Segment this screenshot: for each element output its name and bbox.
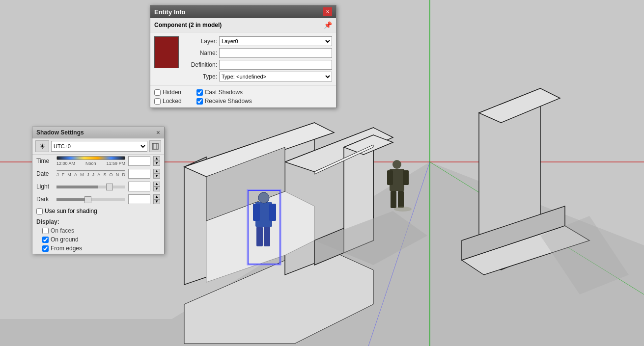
layer-label: Layer: xyxy=(183,38,217,45)
sun-icon: ☀ xyxy=(35,140,49,152)
on-ground-checkbox[interactable] xyxy=(42,237,49,243)
svg-rect-41 xyxy=(152,143,158,149)
svg-point-34 xyxy=(392,160,401,169)
use-sun-checkbox[interactable] xyxy=(36,208,43,214)
layer-row: Layer: Layer0 xyxy=(183,36,332,46)
type-row: Type: Type: <undefined> xyxy=(183,72,332,81)
name-row: Name: xyxy=(183,48,332,58)
receive-shadows-label: Receive Shadows xyxy=(205,98,252,105)
name-label: Name: xyxy=(183,50,217,56)
layer-select[interactable]: Layer0 xyxy=(219,36,332,46)
entity-info-body: Layer: Layer0 Name: Definition: Steve Ty… xyxy=(150,32,336,85)
svg-rect-37 xyxy=(403,170,409,185)
type-label: Type: xyxy=(183,73,217,80)
dialog-checkboxes: Hidden Locked Cast Shadows Receive Shado… xyxy=(150,85,336,107)
svg-point-33 xyxy=(258,192,269,203)
svg-rect-30 xyxy=(269,204,276,221)
locked-row: Locked xyxy=(154,98,182,105)
hidden-label: Hidden xyxy=(163,89,181,96)
date-label: Date xyxy=(36,170,54,177)
svg-rect-29 xyxy=(253,204,260,221)
svg-rect-38 xyxy=(391,191,396,208)
type-select[interactable]: Type: <undefined> xyxy=(219,72,332,81)
locked-checkbox[interactable] xyxy=(154,98,161,105)
name-input[interactable] xyxy=(219,48,332,58)
svg-rect-39 xyxy=(398,191,404,208)
date-gradient-bar xyxy=(56,170,125,171)
time-label: Time xyxy=(36,158,54,164)
svg-rect-36 xyxy=(387,170,393,185)
cast-shadows-checkbox[interactable] xyxy=(196,89,203,96)
cast-shadows-label: Cast Shadows xyxy=(205,89,243,96)
svg-point-40 xyxy=(394,207,412,212)
entity-info-close-button[interactable]: × xyxy=(323,7,332,16)
timezone-select[interactable]: UTC±0 xyxy=(51,141,147,152)
receive-shadows-checkbox[interactable] xyxy=(196,98,203,105)
time-row: Time 12:00 AM Noon 11:59 PM 17:22 ▲ ▼ xyxy=(32,155,164,167)
on-faces-checkbox[interactable] xyxy=(42,228,49,234)
hidden-checkbox[interactable] xyxy=(154,89,161,96)
cast-shadows-row: Cast Shadows xyxy=(196,89,252,96)
time-slider-container: 12:00 AM Noon 11:59 PM xyxy=(56,156,125,166)
right-checkboxes: Cast Shadows Receive Shadows xyxy=(196,89,252,105)
hidden-row: Hidden xyxy=(154,89,182,96)
definition-label: Definition: xyxy=(183,61,217,68)
entity-info-dialog: Entity Info × Component (2 in model) 📌 L… xyxy=(150,5,336,108)
svg-rect-31 xyxy=(256,227,263,246)
entity-info-titlebar: Entity Info × xyxy=(150,5,336,18)
time-gradient-bar xyxy=(56,156,125,160)
receive-shadows-row: Receive Shadows xyxy=(196,98,252,105)
entity-thumbnail xyxy=(154,36,179,68)
left-checkboxes: Hidden Locked xyxy=(154,89,182,105)
shadow-display-icon[interactable] xyxy=(149,140,161,152)
definition-input[interactable]: Steve xyxy=(219,60,332,70)
pin-icon: 📌 xyxy=(324,21,332,29)
dark-label: Dark xyxy=(36,196,54,203)
light-label: Light xyxy=(36,183,54,190)
entity-info-title: Entity Info xyxy=(154,8,186,16)
locked-label: Locked xyxy=(163,98,182,105)
shadow-settings-panel: Shadow Settings × ☀ UTC±0 Time 12:00 AM … xyxy=(32,127,165,254)
svg-rect-32 xyxy=(264,227,270,246)
definition-row: Definition: Steve xyxy=(183,60,332,70)
from-edges-checkbox[interactable] xyxy=(42,245,49,252)
entity-info-subtitle: Component (2 in model) 📌 xyxy=(150,18,336,32)
shadow-settings-close-button[interactable]: × xyxy=(156,129,160,136)
shadow-settings-title: Shadow Settings xyxy=(36,129,84,136)
shadow-settings-titlebar: Shadow Settings × xyxy=(32,127,164,138)
entity-fields: Layer: Layer0 Name: Definition: Steve Ty… xyxy=(183,36,332,81)
shadow-toolbar: ☀ UTC±0 xyxy=(32,138,164,155)
